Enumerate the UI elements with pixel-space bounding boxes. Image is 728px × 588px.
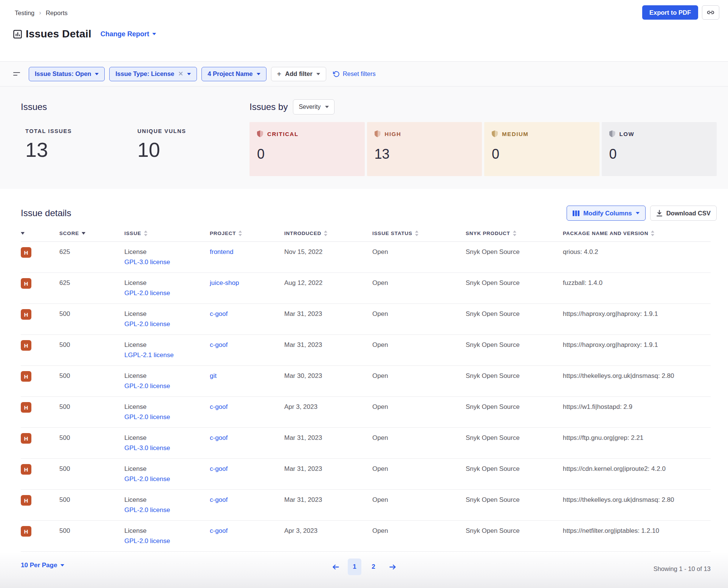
severity-card: CRITICAL 0	[249, 122, 365, 176]
table-row: H 500 License GPL-2.0 license c-goof Apr…	[21, 397, 711, 428]
severity-label: HIGH	[385, 131, 401, 137]
shield-icon	[375, 130, 381, 137]
introduced-cell: Apr 3, 2023	[284, 403, 372, 411]
stat-value: 10	[138, 138, 250, 161]
breadcrumb-testing[interactable]: Testing	[15, 9, 34, 17]
severity-count: 0	[492, 146, 592, 162]
column-header-project[interactable]: PROJECT	[210, 231, 284, 236]
column-header-issue[interactable]: ISSUE	[124, 231, 210, 236]
reset-icon	[333, 71, 340, 77]
chevron-down-icon	[316, 73, 320, 75]
column-header-score[interactable]: SCORE	[59, 231, 124, 236]
project-link[interactable]: juice-shop	[210, 279, 239, 286]
breadcrumb-chevron-icon: ›	[39, 9, 41, 17]
license-link[interactable]: GPL-2.0 license	[124, 537, 210, 545]
column-header-snyk-product[interactable]: SNYK PRODUCT	[466, 231, 563, 236]
license-link[interactable]: GPL-2.0 license	[124, 382, 210, 390]
license-link[interactable]: LGPL-2.1 license	[124, 351, 210, 359]
next-page-button[interactable]	[386, 559, 399, 575]
snyk-product-cell: Snyk Open Source	[466, 465, 563, 473]
filter-chip[interactable]: 4 Project Name ✕	[201, 67, 266, 81]
project-link[interactable]: frontend	[210, 248, 233, 255]
package-cell: https://thekelleys.org.uk|dnsmasq: 2.80	[563, 496, 711, 504]
report-icon	[12, 29, 23, 39]
score-cell: 500	[59, 310, 124, 318]
project-cell: c-goof	[210, 465, 284, 473]
project-link[interactable]: c-goof	[210, 527, 228, 534]
score-cell: 500	[59, 372, 124, 380]
project-link[interactable]: c-goof	[210, 403, 228, 410]
license-link[interactable]: GPL-3.0 license	[124, 444, 210, 452]
license-link[interactable]: GPL-2.0 license	[124, 320, 210, 328]
stat-block: TOTAL ISSUES 13	[25, 128, 138, 161]
introduced-cell: Mar 31, 2023	[284, 310, 372, 318]
page-number-button[interactable]: 2	[367, 559, 380, 575]
severity-high-badge: H	[21, 371, 31, 382]
issue-cell: License GPL-2.0 license	[124, 527, 210, 545]
table-row: H 500 License GPL-2.0 license c-goof Apr…	[21, 521, 711, 552]
add-filter-button[interactable]: + Add filter	[271, 67, 326, 81]
introduced-cell: Mar 30, 2023	[284, 372, 372, 380]
introduced-cell: Nov 15, 2022	[284, 248, 372, 256]
project-link[interactable]: c-goof	[210, 434, 228, 441]
license-link[interactable]: GPL-2.0 license	[124, 475, 210, 483]
project-link[interactable]: c-goof	[210, 310, 228, 317]
copy-link-button[interactable]	[702, 5, 719, 20]
download-csv-button[interactable]: Download CSV	[650, 206, 717, 221]
project-link[interactable]: c-goof	[210, 465, 228, 472]
change-report-dropdown[interactable]: Change Report	[101, 30, 156, 38]
chevron-down-icon	[325, 106, 329, 108]
sort-icon	[651, 231, 654, 236]
filter-chip[interactable]: Issue Type: License ✕	[109, 67, 197, 81]
project-link[interactable]: git	[210, 372, 217, 379]
export-to-pdf-button[interactable]: Export to PDF	[642, 5, 698, 20]
per-page-dropdown[interactable]: 10 Per Page	[21, 562, 64, 569]
snyk-product-cell: Snyk Open Source	[466, 434, 563, 442]
severity-filter-dropdown[interactable]	[21, 232, 59, 235]
project-link[interactable]: c-goof	[210, 341, 228, 348]
remove-filter-icon[interactable]: ✕	[178, 70, 183, 78]
score-cell: 500	[59, 434, 124, 442]
severity-card: MEDIUM 0	[484, 122, 599, 176]
project-cell: c-goof	[210, 310, 284, 318]
chevron-down-icon	[187, 73, 191, 75]
score-cell: 625	[59, 279, 124, 287]
stat-block: UNIQUE VULNS 10	[138, 128, 250, 161]
sort-icon	[415, 231, 418, 236]
sort-icon	[144, 231, 147, 236]
project-cell: c-goof	[210, 341, 284, 349]
license-link[interactable]: GPL-2.0 license	[124, 413, 210, 421]
issues-heading: Issues	[21, 99, 249, 115]
snyk-product-cell: Snyk Open Source	[466, 527, 563, 535]
issue-type: License	[124, 248, 147, 255]
issue-cell: License GPL-2.0 license	[124, 279, 210, 297]
license-link[interactable]: GPL-3.0 license	[124, 258, 210, 266]
license-link[interactable]: GPL-2.0 license	[124, 289, 210, 297]
table-header-row: SCORE ISSUE PROJECT INTRODUCED	[21, 231, 711, 242]
sort-icon	[324, 231, 327, 236]
column-header-introduced[interactable]: INTRODUCED	[284, 231, 372, 236]
issue-status-cell: Open	[372, 465, 466, 473]
severity-high-badge: H	[21, 526, 31, 537]
breadcrumb-reports[interactable]: Reports	[46, 9, 68, 17]
issues-by-select[interactable]: Severity	[293, 99, 335, 115]
filter-chip[interactable]: Issue Status: Open ✕	[29, 67, 105, 81]
sort-icon	[513, 231, 516, 236]
link-icon	[707, 9, 714, 16]
previous-page-button[interactable]	[329, 559, 342, 575]
table-row: H 500 License GPL-2.0 license git Mar 30…	[21, 366, 711, 397]
score-cell: 500	[59, 403, 124, 411]
package-cell: https://thekelleys.org.uk|dnsmasq: 2.80	[563, 372, 711, 380]
license-link[interactable]: GPL-2.0 license	[124, 506, 210, 514]
page-number-button[interactable]: 1	[348, 559, 361, 575]
column-header-issue-status[interactable]: ISSUE STATUS	[372, 231, 466, 236]
introduced-cell: Mar 31, 2023	[284, 434, 372, 442]
project-link[interactable]: c-goof	[210, 496, 228, 503]
column-header-package[interactable]: PACKAGE NAME AND VERSION	[563, 231, 711, 236]
issue-status-cell: Open	[372, 341, 466, 349]
snyk-product-cell: Snyk Open Source	[466, 496, 563, 504]
introduced-cell: Mar 31, 2023	[284, 341, 372, 349]
modify-columns-button[interactable]: Modify Columns	[567, 206, 645, 221]
reset-filters-link[interactable]: Reset filters	[333, 70, 376, 77]
issue-type: License	[124, 465, 147, 472]
